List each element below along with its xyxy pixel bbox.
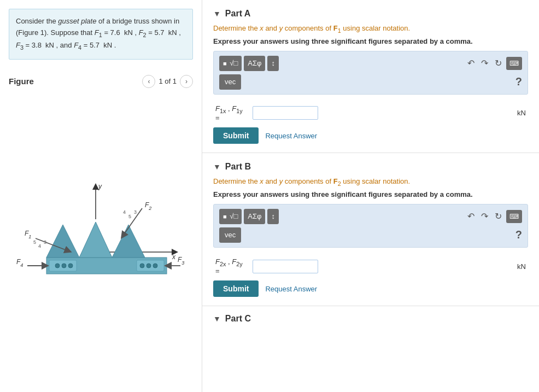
- part-b-request-answer[interactable]: Request Answer: [265, 285, 317, 293]
- part-b-input-label: F2x , F2y=: [215, 258, 248, 276]
- part-a-help: ?: [515, 75, 522, 88]
- part-a-request-answer[interactable]: Request Answer: [265, 132, 317, 140]
- problem-em: gusset plate: [58, 17, 96, 25]
- part-a-toolbar: ■ √□ ΑΣφ ↕ ↶ ↷ ↻ ⌨: [219, 56, 522, 71]
- part-b-title: Part B: [225, 162, 251, 172]
- part-b-section: ▼ Part B Determine the x and y component…: [202, 153, 539, 306]
- next-figure-btn[interactable]: ›: [180, 75, 193, 88]
- part-b-help: ?: [515, 229, 522, 241]
- part-b-arrow-btn[interactable]: ↕: [267, 209, 279, 224]
- part-a-undo-btn[interactable]: ↶: [465, 57, 477, 69]
- part-a-input-label: F1x , F1y=: [215, 104, 248, 122]
- part-b-input-row: F2x , F2y= kN: [213, 254, 528, 279]
- svg-text:x: x: [172, 253, 176, 261]
- part-a-toolbar-right: ↶ ↷ ↻ ⌨: [465, 57, 522, 70]
- figure-canvas: y x: [9, 95, 193, 388]
- part-b-vec-btn[interactable]: vec: [219, 227, 241, 243]
- part-a-toggle[interactable]: ▼: [213, 9, 221, 18]
- part-a-section: ▼ Part A Determine the x and y component…: [202, 0, 539, 153]
- part-b-keyboard-btn[interactable]: ⌨: [506, 210, 522, 223]
- figure-header: Figure ‹ 1 of 1 ›: [9, 73, 193, 90]
- part-a-vec-btn[interactable]: vec: [219, 74, 241, 90]
- part-a-input-row: F1x , F1y= kN: [213, 101, 528, 126]
- part-b-action-row: Submit Request Answer: [213, 280, 528, 297]
- right-panel: ▼ Part A Determine the x and y component…: [202, 0, 539, 392]
- part-a-subinstruction: Express your answers using three signifi…: [213, 37, 528, 45]
- svg-point-15: [153, 264, 157, 268]
- part-a-action-row: Submit Request Answer: [213, 127, 528, 144]
- part-b-header: ▼ Part B: [213, 162, 528, 172]
- svg-text:F1: F1: [25, 230, 31, 239]
- part-b-symbol-btn[interactable]: ■ √□: [219, 209, 242, 224]
- part-b-redo-btn[interactable]: ↷: [479, 210, 490, 223]
- figure-title: Figure: [9, 77, 34, 86]
- svg-text:y: y: [98, 183, 102, 190]
- figure-area: Figure ‹ 1 of 1 › y x: [0, 68, 202, 392]
- figure-svg: y x: [14, 181, 189, 301]
- part-a-refresh-btn[interactable]: ↻: [493, 57, 504, 69]
- problem-text-1: Consider the: [16, 17, 58, 25]
- part-a-vec-row: vec ?: [219, 74, 522, 90]
- page-indicator: 1 of 1: [159, 77, 177, 85]
- svg-text:F4: F4: [16, 258, 23, 268]
- svg-point-10: [62, 264, 66, 268]
- part-a-title: Part A: [225, 9, 251, 19]
- svg-point-11: [68, 264, 73, 268]
- svg-text:F2: F2: [145, 201, 151, 211]
- problem-statement: Consider the gusset plate of a bridge tr…: [9, 9, 193, 60]
- part-b-vec-row: vec ?: [219, 227, 522, 243]
- svg-text:5: 5: [33, 239, 36, 245]
- part-c-title: Part C: [225, 314, 251, 324]
- part-c-section: ▼ Part C: [202, 306, 539, 337]
- part-b-toggle[interactable]: ▼: [213, 162, 221, 171]
- svg-text:4: 4: [123, 209, 126, 215]
- svg-text:5: 5: [128, 214, 131, 219]
- svg-line-21: [123, 208, 142, 236]
- prev-figure-btn[interactable]: ‹: [142, 75, 155, 88]
- part-a-unit: kN: [517, 109, 526, 117]
- svg-text:4: 4: [38, 243, 41, 249]
- part-a-arrow-btn[interactable]: ↕: [267, 56, 279, 71]
- part-a-alpha-btn[interactable]: ΑΣφ: [244, 56, 265, 71]
- part-b-toolbar-right: ↶ ↷ ↻ ⌨: [465, 210, 522, 223]
- part-a-symbol-btn[interactable]: ■ √□: [219, 56, 242, 71]
- part-a-input[interactable]: [253, 106, 318, 120]
- svg-marker-7: [112, 225, 145, 258]
- svg-marker-5: [46, 225, 79, 258]
- part-a-answer-box: ■ √□ ΑΣφ ↕ ↶ ↷ ↻ ⌨ vec ?: [213, 51, 528, 95]
- part-a-redo-btn[interactable]: ↷: [479, 57, 490, 69]
- part-b-input[interactable]: [253, 260, 318, 273]
- part-b-refresh-btn[interactable]: ↻: [493, 210, 504, 223]
- svg-text:3: 3: [44, 239, 46, 245]
- part-a-instruction: Determine the x and y components of F1 u…: [213, 24, 528, 34]
- part-a-header: ▼ Part A: [213, 9, 528, 19]
- part-b-instruction: Determine the x and y components of F2 u…: [213, 177, 528, 187]
- part-b-submit-btn[interactable]: Submit: [213, 280, 259, 297]
- part-b-undo-btn[interactable]: ↶: [465, 210, 477, 223]
- left-panel: Consider the gusset plate of a bridge tr…: [0, 0, 202, 392]
- part-c-toggle[interactable]: ▼: [213, 314, 221, 323]
- svg-point-14: [147, 264, 151, 268]
- svg-point-13: [140, 264, 144, 268]
- part-c-header: ▼ Part C: [213, 314, 528, 324]
- figure-nav: ‹ 1 of 1 ›: [142, 75, 193, 88]
- svg-point-9: [55, 264, 60, 268]
- part-b-unit: kN: [517, 262, 526, 271]
- svg-text:3: 3: [134, 209, 137, 215]
- part-b-alpha-btn[interactable]: ΑΣφ: [244, 209, 265, 224]
- part-a-keyboard-btn[interactable]: ⌨: [506, 57, 522, 70]
- part-b-answer-box: ■ √□ ΑΣφ ↕ ↶ ↷ ↻ ⌨ vec ?: [213, 204, 528, 248]
- part-b-toolbar: ■ √□ ΑΣφ ↕ ↶ ↷ ↻ ⌨: [219, 209, 522, 224]
- part-a-submit-btn[interactable]: Submit: [213, 127, 259, 144]
- part-b-subinstruction: Express your answers using three signifi…: [213, 190, 528, 198]
- svg-text:F3: F3: [178, 256, 184, 266]
- svg-marker-6: [79, 222, 112, 258]
